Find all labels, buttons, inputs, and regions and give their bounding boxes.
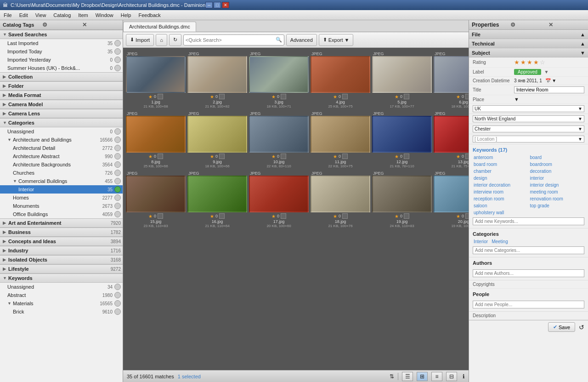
list-item[interactable]: JPEG ★ 0 3.jpg 18 KB, 100×71 [248,50,310,109]
keyword-interior[interactable]: interior [529,175,585,181]
menu-feedback[interactable]: Feedback [135,10,164,20]
keyword-chamber[interactable]: chamber [473,168,528,174]
thumb-checkbox[interactable] [281,154,286,159]
list-item[interactable]: JPEG ★ 0 20.jpg 19 KB, 100×76 [433,169,469,229]
home-button[interactable]: ⌂ [156,34,167,46]
list-item[interactable]: JPEG ★ 0 11.jpg 22 KB, 100×75 [310,109,371,169]
keyword-anteroom[interactable]: anteroom [473,154,528,160]
list-item[interactable]: JPEG ★ 0 18.jpg 21 KB, 100×76 [310,169,371,229]
thumbnail-image[interactable] [311,176,370,212]
image-grid-area[interactable]: JPEG ★ 0 1.jpg 21 KB, 100×68 JPEG ★ [123,48,469,370]
thumbnail-image[interactable] [434,176,469,212]
list-item[interactable]: JPEG ★ 0 4.jpg 25 KB, 100×75 [310,50,371,109]
cat-meeting[interactable]: Meeting [491,239,509,245]
list-item[interactable]: JPEG ★ 0 19.jpg 24 KB, 110×83 [371,169,433,229]
thumbnail-image[interactable] [126,56,186,93]
star-2[interactable]: ★ [520,59,526,66]
thumb-checkbox[interactable] [342,213,348,219]
thumbnail-image[interactable] [434,56,469,93]
business-header[interactable]: ▶ Business 1782 [0,228,123,237]
thumb-checkbox[interactable] [465,154,469,159]
star-3[interactable]: ★ [527,59,532,66]
keyword-brick[interactable]: Brick 9610 [0,308,123,316]
list-item[interactable]: JPEG ★ 0 10.jpg 22 KB, 83×110 [248,109,310,169]
close-properties-icon[interactable]: ✕ [548,22,585,28]
category-office-buildings[interactable]: Office Buildings 4059 [0,210,123,218]
settings-icon[interactable]: ⚙ [42,22,80,28]
media-format-header[interactable]: ▶ Media Format [0,91,123,100]
category-homes[interactable]: Homes 2277 [0,194,123,202]
keywords-header[interactable]: ▼ Keywords [0,274,123,283]
add-keyword-input[interactable] [473,217,584,225]
main-tab[interactable]: Architectural Buildings.dmc [123,22,196,32]
add-category-input[interactable] [473,246,584,254]
saved-search-imported-today[interactable]: Imported Today 35 [0,47,123,56]
advanced-search-button[interactable]: Advanced [286,34,317,46]
thumb-checkbox[interactable] [342,154,348,159]
keyword-interior-design[interactable]: interior design [529,182,585,188]
category-monuments[interactable]: Monuments 2673 [0,202,123,210]
subject-section-header[interactable]: Subject ▼ [469,48,588,57]
art-entertainment-header[interactable]: ▶ Art and Entertainment 7920 [0,218,123,228]
keyword-unassigned[interactable]: Unassigned 34 [0,283,123,291]
thumbnail-image[interactable] [249,56,309,93]
keyword-upholstery-wall[interactable]: upholstery wall [473,210,528,216]
thumbnail-image[interactable] [187,56,247,93]
keyword-reception-room[interactable]: reception room [473,196,528,202]
concepts-header[interactable]: ▶ Concepts and Ideas 3894 [0,237,123,246]
thumbnail-image[interactable] [187,116,247,153]
menu-view[interactable]: View [32,10,50,20]
industry-header[interactable]: ▶ Industry 1716 [0,246,123,255]
selected-text[interactable]: 1 selected [178,374,201,379]
camera-lens-header[interactable]: ▶ Camera Lens [0,109,123,118]
list-item[interactable]: JPEG ★ 0 13.jpg 21 KB, 75×100 [433,109,469,169]
thumb-checkbox[interactable] [219,154,225,159]
add-people-input[interactable] [473,301,584,308]
thumb-checkbox[interactable] [158,94,163,99]
thumbnail-image[interactable] [372,116,432,153]
settings-icon[interactable]: ⚙ [510,22,547,28]
thumb-checkbox[interactable] [281,94,286,99]
place-dropdown[interactable]: ▼ [514,97,519,102]
category-unassigned[interactable]: Unassigned 0 [0,127,123,136]
thumbnail-image[interactable] [311,116,370,153]
star-1[interactable]: ★ [514,59,520,66]
list-item[interactable]: JPEG ★ 0 2.jpg 21 KB, 100×82 [187,50,248,109]
thumb-checkbox[interactable] [404,154,409,159]
thumbnail-image[interactable] [249,116,309,153]
close-panel-icon[interactable]: ✕ [82,22,120,28]
location-select[interactable]: [ Location ] ▼ [473,136,584,143]
maximize-button[interactable]: □ [214,2,221,8]
saved-search-summer-houses[interactable]: Summer Houses (UK) - Brick&... 0 [0,64,123,72]
calendar-icon[interactable]: 📅 [545,78,551,83]
catalog-tags-scroll[interactable]: ▼ Saved Searches Last Imported 35 Import… [0,30,123,382]
thumb-checkbox[interactable] [404,94,409,99]
keyword-board[interactable]: board [529,154,585,160]
category-churches[interactable]: Churches 726 [0,169,123,177]
list-item[interactable]: JPEG ★ 0 12.jpg 21 KB, 78×110 [371,109,433,169]
refresh-button[interactable]: ↻ [169,34,181,46]
city-select[interactable]: Chester ▼ [473,125,584,132]
thumbnail-image[interactable] [311,56,370,93]
sort-icon[interactable]: ⇅ [390,373,394,380]
camera-model-header[interactable]: ▶ Camera Model [0,100,123,109]
thumbnail-image[interactable] [249,176,309,212]
menu-catalog[interactable]: Catalog [50,10,74,20]
label-dropdown[interactable]: ▼ [544,69,549,74]
category-architecture-abstract[interactable]: Architecture Abstract 990 [0,152,123,160]
keyword-board-room[interactable]: board room [473,161,528,167]
thumb-checkbox[interactable] [158,213,163,219]
keyword-decoration[interactable]: decoration [529,168,585,174]
keyword-materials[interactable]: ▼ Materials 16565 [0,299,123,308]
keyword-abstract[interactable]: Abstract 1980 [0,291,123,299]
import-button[interactable]: ⬇ Import [126,34,154,46]
view-grid-icon[interactable]: ⊞ [417,372,428,381]
saved-search-last-imported[interactable]: Last Imported 35 [0,39,123,47]
thumbnail-image[interactable] [372,176,432,212]
thumbnail-image[interactable] [434,116,469,153]
thumb-checkbox[interactable] [342,94,348,99]
search-icon[interactable]: 🔍 [276,37,282,43]
rating-stars[interactable]: ★ ★ ★ ★ ☆ [514,59,584,66]
country-select[interactable]: UK ▼ [473,105,584,112]
saved-searches-header[interactable]: ▼ Saved Searches [0,30,123,39]
